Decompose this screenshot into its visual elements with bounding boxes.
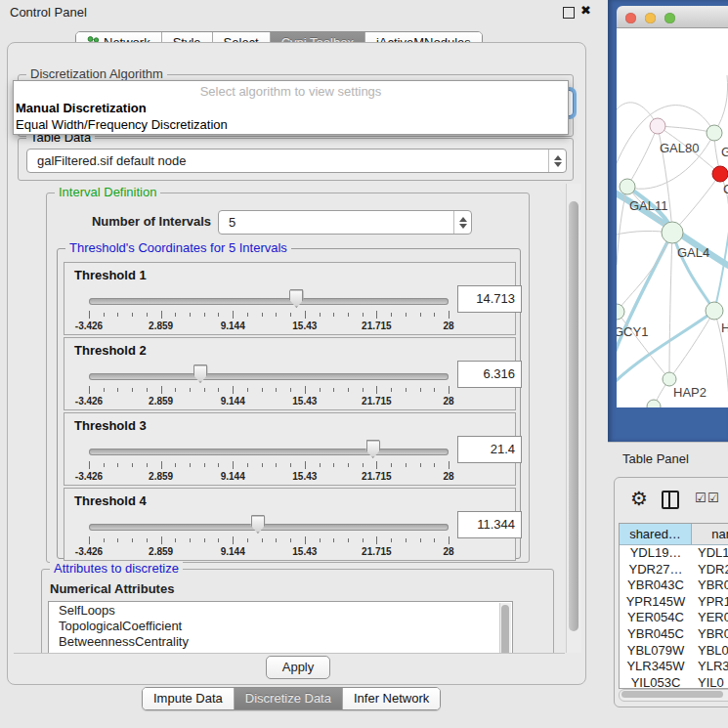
tab-discretize-data[interactable]: Discretize Data [234, 688, 342, 709]
settings-gear-icon[interactable]: ⚙ [630, 487, 648, 510]
cell-shared-name[interactable]: YDR27… [620, 562, 692, 578]
slider-track[interactable] [89, 524, 449, 531]
threshold-value-field[interactable]: 6.316 [457, 361, 522, 388]
cell-shared-name[interactable]: YBL079W [620, 643, 692, 660]
attributes-list-scrollbar[interactable] [499, 603, 511, 654]
cell-shared-name[interactable]: YER054C [620, 610, 692, 626]
cell-name[interactable]: YDL1 [692, 545, 728, 562]
network-node[interactable] [663, 372, 676, 386]
network-node[interactable] [617, 304, 624, 320]
combobox-stepper-icon[interactable] [453, 211, 471, 234]
table-row[interactable]: YPR145WYPR1 [620, 594, 728, 611]
algorithm-option-equal-width[interactable]: Equal Width/Frequency Discretization [14, 116, 568, 133]
slider-track[interactable] [89, 298, 449, 305]
attribute-list-item[interactable]: BetweennessCentrality [49, 633, 512, 649]
cell-shared-name[interactable]: YBR043C [620, 578, 692, 594]
network-node[interactable] [712, 166, 728, 182]
slider-tick-labels: -3.4262.8599.14415.4321.71528 [89, 396, 449, 407]
network-node[interactable] [650, 118, 665, 134]
network-node[interactable] [707, 125, 722, 141]
network-edge-highlighted[interactable] [714, 232, 728, 311]
float-window-icon[interactable] [563, 7, 575, 19]
attributes-group-title: Attributes to discretize [50, 562, 183, 576]
cell-name[interactable]: YBL0 [692, 643, 728, 660]
column-header-shared-name[interactable]: shared… [620, 524, 692, 544]
cell-shared-name[interactable]: YPR145W [620, 594, 692, 611]
combobox-stepper-icon[interactable] [548, 150, 566, 172]
network-edge[interactable] [669, 233, 672, 379]
column-header-name[interactable]: name [692, 524, 728, 544]
cell-name[interactable]: YDR2 [692, 562, 728, 578]
cell-name[interactable]: YLR3 [692, 659, 728, 675]
table-hscrollbar-thumb[interactable] [621, 691, 723, 698]
apply-button[interactable]: Apply [266, 656, 330, 679]
slider-thumb-icon[interactable] [193, 364, 208, 383]
algorithm-option-manual[interactable]: Manual Discretization [14, 100, 568, 116]
network-edge-highlighted[interactable] [617, 311, 714, 382]
network-edge[interactable] [669, 311, 714, 379]
table-row[interactable]: YDL19…YDL1 [620, 545, 728, 562]
node-table: shared… name YDL19…YDL1YDR27…YDR2YBR043C… [619, 523, 728, 689]
close-icon[interactable]: ✖ [580, 3, 591, 18]
threshold-slider[interactable]: -3.4262.8599.14415.4321.71528 [89, 364, 449, 407]
select-all-checkbox-icon[interactable]: ☑ [695, 491, 707, 505]
attributes-scrollbar-thumb[interactable] [501, 605, 509, 654]
slider-ticks [89, 386, 449, 395]
table-horizontal-scrollbar[interactable] [619, 689, 728, 702]
network-edge[interactable] [617, 233, 672, 312]
attribute-list-item[interactable]: SelfLoops [49, 602, 512, 618]
settings-vertical-scrollbar[interactable] [566, 184, 581, 653]
cell-name[interactable]: YPR1 [692, 594, 728, 611]
algorithm-hint-option[interactable]: Select algorithm to view settings [14, 81, 568, 100]
threshold-value-field[interactable]: 14.713 [457, 285, 522, 313]
close-traffic-light-icon[interactable] [625, 13, 636, 23]
network-node[interactable] [647, 400, 661, 407]
tab-infer-network[interactable]: Infer Network [342, 688, 440, 709]
slider-track[interactable] [89, 449, 449, 455]
settings-scrollbar-thumb[interactable] [569, 201, 578, 631]
cell-shared-name[interactable]: YLR345W [620, 659, 692, 675]
tick-label: 2.859 [149, 546, 173, 557]
slider-thumb-icon[interactable] [289, 289, 304, 308]
table-row[interactable]: YBL079WYBL0 [620, 643, 728, 660]
table-row[interactable]: YER054CYER0 [620, 610, 728, 626]
cell-name[interactable]: YBR0 [692, 626, 728, 643]
table-panel-toolbar: ⚙ ☑ ☑ [615, 478, 728, 521]
slider-tick-labels: -3.4262.8599.14415.4321.71528 [89, 321, 449, 331]
tab-impute-data[interactable]: Impute Data [143, 688, 234, 709]
network-node[interactable] [662, 222, 683, 243]
table-data-combobox[interactable]: galFiltered.sif default node [26, 149, 567, 173]
network-edge[interactable] [714, 75, 728, 133]
attribute-list-item[interactable]: TopologicalCoefficient [49, 618, 512, 633]
threshold-panel: Threshold 2 -3.4262.8599.14415.4321.7152… [64, 337, 516, 410]
threshold-slider[interactable]: -3.4262.8599.14415.4321.71528 [89, 439, 449, 482]
select-all-checkbox-icon[interactable]: ☑ [707, 491, 719, 505]
threshold-slider[interactable]: -3.4262.8599.14415.4321.71528 [89, 288, 449, 331]
zoom-traffic-light-icon[interactable] [664, 13, 675, 23]
cell-name[interactable]: YER0 [692, 610, 728, 626]
network-edge[interactable] [672, 174, 720, 233]
table-row[interactable]: YBR043CYBR0 [620, 578, 728, 594]
thresholds-coordinates-group: Threshold's Coordinates for 5 Intervals … [57, 248, 521, 559]
split-columns-icon[interactable] [662, 491, 679, 509]
numerical-attributes-list[interactable]: SelfLoopsTopologicalCoefficientBetweenne… [48, 601, 513, 654]
threshold-slider[interactable]: -3.4262.8599.14415.4321.71528 [89, 514, 449, 557]
network-node[interactable] [706, 302, 723, 320]
network-canvas[interactable]: GAL80GCGAL11GAL4GCY1HHAP2 [617, 28, 728, 407]
network-node[interactable] [620, 179, 635, 194]
table-row[interactable]: YBR045CYBR0 [620, 626, 728, 643]
threshold-value-field[interactable]: 21.4 [457, 436, 522, 463]
slider-thumb-icon[interactable] [365, 440, 380, 458]
network-node-label: HAP2 [673, 385, 707, 400]
cell-shared-name[interactable]: YDL19… [620, 545, 692, 562]
minimize-traffic-light-icon[interactable] [645, 13, 656, 23]
table-row[interactable]: YLR345WYLR3 [620, 659, 728, 675]
table-row[interactable]: YDR27…YDR2 [620, 562, 728, 578]
threshold-value-field[interactable]: 11.344 [457, 511, 522, 538]
network-window-titlebar[interactable] [617, 6, 728, 28]
slider-thumb-icon[interactable] [250, 515, 265, 534]
slider-track[interactable] [89, 373, 449, 380]
cell-shared-name[interactable]: YBR045C [620, 626, 692, 643]
number-of-intervals-combobox[interactable]: 5 [218, 210, 472, 235]
cell-name[interactable]: YBR0 [692, 578, 728, 594]
